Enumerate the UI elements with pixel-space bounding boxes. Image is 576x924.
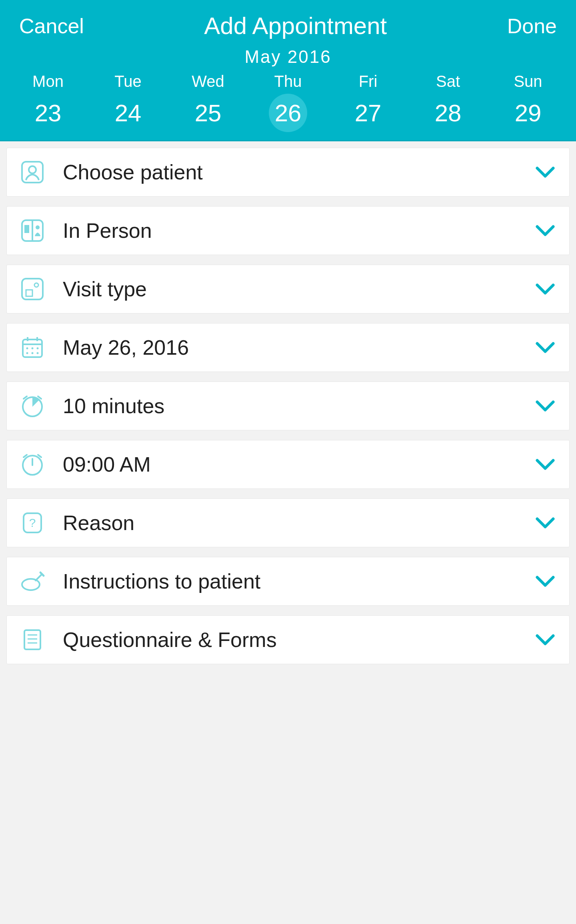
time-icon xyxy=(20,452,45,477)
row-label: Visit type xyxy=(63,277,534,301)
day-name: Tue xyxy=(88,72,168,90)
day-number-wrap: 27 xyxy=(349,94,387,132)
row-label: Reason xyxy=(63,511,534,535)
chevron-down-icon xyxy=(534,219,556,242)
day-name: Mon xyxy=(8,72,88,90)
reason-icon xyxy=(20,510,45,536)
topbar: Cancel Add Appointment Done xyxy=(0,0,576,44)
inperson-icon xyxy=(20,218,45,243)
day-cell-28[interactable]: Sat28 xyxy=(408,72,488,132)
day-number: 27 xyxy=(355,99,382,127)
day-cell-27[interactable]: Fri27 xyxy=(328,72,408,132)
day-name: Sun xyxy=(488,72,568,90)
time-row[interactable]: 09:00 AM xyxy=(6,440,570,489)
day-name: Fri xyxy=(328,72,408,90)
duration-row[interactable]: 10 minutes xyxy=(6,382,570,430)
day-cell-24[interactable]: Tue24 xyxy=(88,72,168,132)
cancel-button[interactable]: Cancel xyxy=(19,14,84,38)
visit-mode-row[interactable]: In Person xyxy=(6,206,570,255)
day-cell-25[interactable]: Wed25 xyxy=(168,72,248,132)
day-number-wrap: 28 xyxy=(429,94,467,132)
instructions-icon xyxy=(20,568,45,594)
day-cell-23[interactable]: Mon23 xyxy=(8,72,88,132)
forms-row[interactable]: Questionnaire & Forms xyxy=(6,615,570,664)
day-number: 28 xyxy=(435,99,462,127)
done-button[interactable]: Done xyxy=(507,14,557,38)
day-number-wrap: 26 xyxy=(269,94,307,132)
day-number-wrap: 23 xyxy=(29,94,67,132)
day-name: Thu xyxy=(248,72,328,90)
day-number-wrap: 25 xyxy=(189,94,227,132)
row-label: May 26, 2016 xyxy=(63,335,534,360)
chevron-down-icon xyxy=(534,336,556,359)
choose-patient-row[interactable]: Choose patient xyxy=(6,148,570,197)
row-label: In Person xyxy=(63,219,534,243)
day-number-wrap: 24 xyxy=(109,94,147,132)
row-label: Choose patient xyxy=(63,160,534,184)
chevron-down-icon xyxy=(534,512,556,534)
chevron-down-icon xyxy=(534,570,556,593)
week-strip: Mon23Tue24Wed25Thu26Fri27Sat28Sun29 xyxy=(0,72,576,138)
duration-icon xyxy=(20,393,45,419)
day-number-wrap: 29 xyxy=(509,94,547,132)
reason-row[interactable]: Reason xyxy=(6,498,570,547)
chevron-down-icon xyxy=(534,453,556,476)
row-label: Instructions to patient xyxy=(63,569,534,593)
chevron-down-icon xyxy=(534,161,556,183)
patient-icon xyxy=(20,159,45,185)
instructions-row[interactable]: Instructions to patient xyxy=(6,557,570,606)
day-number: 24 xyxy=(115,99,142,127)
calendar-icon xyxy=(20,335,45,360)
day-number: 25 xyxy=(195,99,222,127)
row-label: Questionnaire & Forms xyxy=(63,628,534,652)
visittype-icon xyxy=(20,276,45,302)
row-label: 09:00 AM xyxy=(63,452,534,476)
chevron-down-icon xyxy=(534,629,556,651)
appointment-fields-list: Choose patientIn PersonVisit typeMay 26,… xyxy=(0,141,576,680)
date-row[interactable]: May 26, 2016 xyxy=(6,323,570,372)
chevron-down-icon xyxy=(534,395,556,417)
day-number: 23 xyxy=(35,99,62,127)
day-cell-29[interactable]: Sun29 xyxy=(488,72,568,132)
day-cell-26[interactable]: Thu26 xyxy=(248,72,328,132)
day-name: Sat xyxy=(408,72,488,90)
row-label: 10 minutes xyxy=(63,394,534,418)
day-name: Wed xyxy=(168,72,248,90)
appointment-header: Cancel Add Appointment Done May 2016 Mon… xyxy=(0,0,576,141)
page-title: Add Appointment xyxy=(84,12,507,40)
chevron-down-icon xyxy=(534,278,556,300)
month-label: May 2016 xyxy=(0,47,576,67)
day-number: 29 xyxy=(515,99,542,127)
visit-type-row[interactable]: Visit type xyxy=(6,265,570,313)
day-number: 26 xyxy=(275,99,302,127)
forms-icon xyxy=(20,627,45,653)
